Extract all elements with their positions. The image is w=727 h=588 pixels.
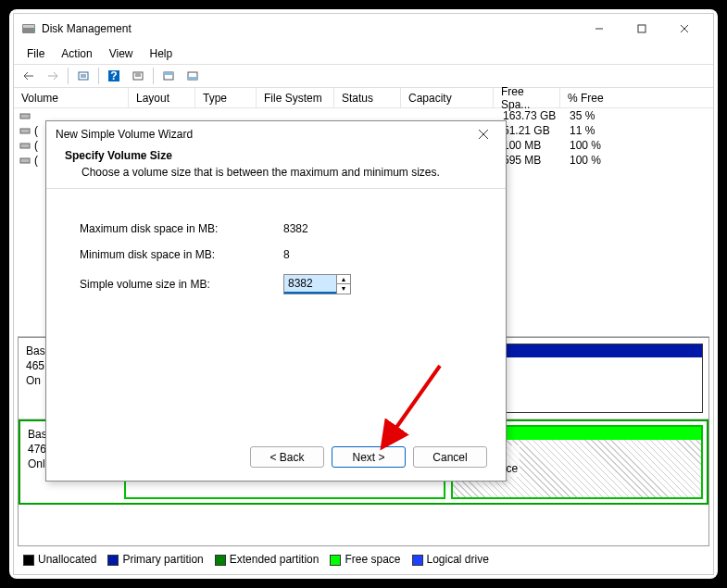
svg-rect-18 xyxy=(20,129,30,133)
menu-action[interactable]: Action xyxy=(54,45,99,62)
menu-file[interactable]: File xyxy=(19,45,52,62)
toolbar: ? xyxy=(14,64,713,88)
min-space-label: Minimum disk space in MB: xyxy=(80,248,283,261)
refresh-icon[interactable] xyxy=(127,66,149,86)
header-volume[interactable]: Volume xyxy=(14,88,129,107)
svg-rect-14 xyxy=(164,72,173,75)
min-space-value: 8 xyxy=(283,248,290,261)
layout-bottom-icon[interactable] xyxy=(182,66,204,86)
spinner-up-icon[interactable]: ▲ xyxy=(337,275,350,284)
svg-rect-1 xyxy=(23,25,34,28)
header-pctfree[interactable]: % Free xyxy=(560,88,713,107)
svg-rect-17 xyxy=(20,114,30,119)
help-icon[interactable]: ? xyxy=(103,66,125,86)
svg-rect-20 xyxy=(20,158,30,163)
window-title: Disk Management xyxy=(42,22,578,35)
dialog-title: New Simple Volume Wizard xyxy=(56,128,193,141)
svg-rect-16 xyxy=(188,77,197,80)
close-button[interactable] xyxy=(663,14,706,44)
spinner-down-icon[interactable]: ▼ xyxy=(337,284,350,294)
svg-text:?: ? xyxy=(110,69,117,82)
header-capacity[interactable]: Capacity xyxy=(401,88,494,107)
cancel-button[interactable]: Cancel xyxy=(413,446,487,468)
dialog-subheading: Choose a volume size that is between the… xyxy=(65,162,487,179)
titlebar: Disk Management xyxy=(14,14,713,44)
svg-rect-7 xyxy=(79,72,88,80)
properties-icon[interactable] xyxy=(72,66,94,86)
drive-icon xyxy=(19,140,31,151)
header-filesystem[interactable]: File System xyxy=(257,88,334,107)
back-button[interactable]: < Back xyxy=(250,446,324,468)
new-simple-volume-wizard: New Simple Volume Wizard Specify Volume … xyxy=(45,120,507,482)
forward-icon[interactable] xyxy=(42,66,64,86)
svg-rect-4 xyxy=(638,25,646,32)
menu-view[interactable]: View xyxy=(102,45,141,62)
dialog-close-button[interactable] xyxy=(470,121,496,147)
back-icon[interactable] xyxy=(18,66,40,86)
svg-rect-19 xyxy=(20,144,30,148)
header-freespace[interactable]: Free Spa... xyxy=(494,88,560,107)
menu-help[interactable]: Help xyxy=(143,45,181,62)
volume-size-spinner: ▲ ▼ xyxy=(283,274,351,294)
legend: Unallocated Primary partition Extended p… xyxy=(18,548,709,570)
drive-icon xyxy=(19,125,31,136)
header-status[interactable]: Status xyxy=(334,88,401,107)
header-layout[interactable]: Layout xyxy=(129,88,195,107)
layout-top-icon[interactable] xyxy=(157,66,180,86)
header-type[interactable]: Type xyxy=(195,88,257,107)
volume-size-label: Simple volume size in MB: xyxy=(80,278,283,291)
column-headers: Volume Layout Type File System Status Ca… xyxy=(14,88,713,108)
svg-point-2 xyxy=(31,30,33,31)
disk-management-icon xyxy=(21,21,36,36)
dialog-heading: Specify Volume Size xyxy=(65,149,487,162)
next-button[interactable]: Next > xyxy=(332,446,406,468)
close-icon xyxy=(478,129,489,140)
menubar: File Action View Help xyxy=(14,44,713,64)
max-space-label: Maximum disk space in MB: xyxy=(80,222,283,235)
minimize-button[interactable] xyxy=(578,14,620,44)
drive-icon xyxy=(19,155,31,166)
drive-icon xyxy=(19,110,31,121)
max-space-value: 8382 xyxy=(283,222,308,235)
volume-size-input[interactable] xyxy=(284,275,336,294)
disk-management-window: Disk Management File Action View Help ? … xyxy=(13,13,714,575)
maximize-button[interactable] xyxy=(620,14,663,44)
